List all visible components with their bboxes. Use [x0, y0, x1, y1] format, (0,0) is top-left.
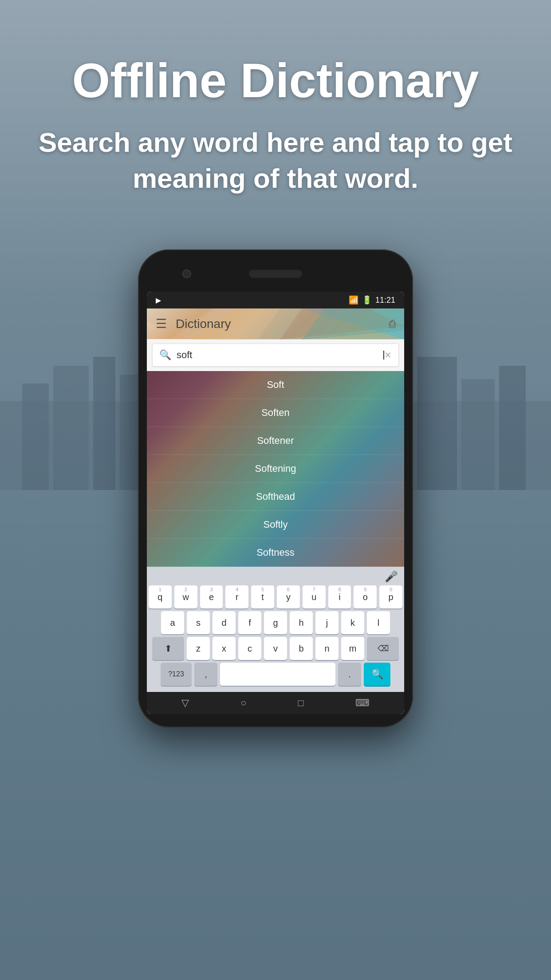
num-sym-key[interactable]: ?123 — [161, 663, 192, 686]
mic-icon[interactable]: 🎤 — [385, 570, 398, 583]
key-n[interactable]: n — [315, 637, 338, 660]
key-t[interactable]: 5t — [251, 585, 274, 609]
phone-camera — [182, 269, 191, 278]
phone-frame: ▶ 📶 🔋 11:21 — [138, 249, 413, 727]
result-item-softly[interactable]: Softly — [147, 511, 404, 539]
result-item-softening[interactable]: Softening — [147, 455, 404, 483]
key-d[interactable]: d — [213, 611, 236, 634]
space-key[interactable] — [220, 663, 335, 686]
key-p[interactable]: 0p — [379, 585, 402, 609]
period-key[interactable]: . — [338, 663, 361, 686]
key-m[interactable]: m — [341, 637, 364, 660]
key-k[interactable]: k — [341, 611, 364, 634]
result-item-softener[interactable]: Softener — [147, 427, 404, 455]
key-x[interactable]: x — [213, 637, 236, 660]
result-item-soft[interactable]: Soft — [147, 371, 404, 399]
keyboard-button[interactable]: ⌨ — [355, 697, 370, 709]
keyboard-row-1: 1q 2w 3e 4r 5t 6y 7u 8i 9o 0p — [149, 585, 402, 609]
key-h[interactable]: h — [290, 611, 313, 634]
key-z[interactable]: z — [187, 637, 210, 660]
key-f[interactable]: f — [238, 611, 261, 634]
back-button[interactable]: ▽ — [181, 697, 189, 709]
phone-screen: ▶ 📶 🔋 11:21 — [147, 292, 404, 714]
keyboard: 🎤 1q 2w 3e 4r 5t 6y 7u 8i 9o 0p — [147, 567, 404, 692]
key-w[interactable]: 2w — [174, 585, 197, 609]
phone-mockup: ▶ 📶 🔋 11:21 — [138, 249, 413, 727]
result-item-soften[interactable]: Soften — [147, 399, 404, 427]
clear-icon[interactable]: ✕ — [384, 350, 392, 360]
key-r[interactable]: 4r — [225, 585, 248, 609]
search-input[interactable]: soft — [177, 349, 383, 361]
share-icon[interactable]: ⎙ — [389, 318, 395, 330]
signal-icon: 📶 — [349, 295, 358, 305]
key-v[interactable]: v — [264, 637, 287, 660]
app-bar-title: Dictionary — [176, 317, 389, 331]
sub-title: Search any word here and tap to get mean… — [27, 125, 524, 196]
search-icon: 🔍 — [159, 349, 171, 361]
battery-icon: 🔋 — [362, 295, 372, 305]
key-o[interactable]: 9o — [354, 585, 377, 609]
page-content: Offline Dictionary Search any word here … — [0, 0, 551, 980]
key-u[interactable]: 7u — [303, 585, 326, 609]
search-button[interactable]: 🔍 — [364, 663, 390, 686]
status-bar: ▶ 📶 🔋 11:21 — [147, 292, 404, 308]
results-list: Soft Soften Softener Softening Softhead … — [147, 371, 404, 567]
search-bar[interactable]: 🔍 soft ✕ — [152, 344, 399, 367]
result-item-softhead[interactable]: Softhead — [147, 483, 404, 511]
status-left: ▶ — [156, 296, 161, 304]
key-l[interactable]: l — [367, 611, 390, 634]
key-s[interactable]: s — [187, 611, 210, 634]
key-a[interactable]: a — [161, 611, 184, 634]
shift-key[interactable]: ⬆ — [152, 637, 184, 660]
recent-button[interactable]: □ — [298, 697, 304, 709]
key-c[interactable]: c — [238, 637, 261, 660]
key-q[interactable]: 1q — [149, 585, 172, 609]
key-e[interactable]: 3e — [200, 585, 223, 609]
phone-nav: ▽ ○ □ ⌨ — [147, 692, 404, 714]
key-i[interactable]: 8i — [328, 585, 351, 609]
key-g[interactable]: g — [264, 611, 287, 634]
keyboard-row-4: ?123 , . 🔍 — [149, 663, 402, 686]
keyboard-row-2: a s d f g h j k l — [149, 611, 402, 634]
main-title: Offline Dictionary — [27, 53, 524, 107]
key-b[interactable]: b — [290, 637, 313, 660]
comma-key[interactable]: , — [194, 663, 217, 686]
title-section: Offline Dictionary Search any word here … — [0, 0, 551, 223]
status-right: 📶 🔋 11:21 — [349, 295, 395, 305]
clock: 11:21 — [375, 296, 395, 305]
home-button[interactable]: ○ — [240, 697, 246, 709]
phone-speaker — [249, 270, 302, 278]
backspace-key[interactable]: ⌫ — [367, 637, 399, 660]
keyboard-row-3: ⬆ z x c v b n m ⌫ — [149, 637, 402, 660]
suggestions-row: 🎤 — [149, 570, 402, 585]
key-y[interactable]: 6y — [277, 585, 300, 609]
key-j[interactable]: j — [315, 611, 338, 634]
hamburger-icon[interactable]: ☰ — [156, 316, 167, 331]
play-icon: ▶ — [156, 296, 161, 304]
app-bar: ☰ Dictionary ⎙ — [147, 308, 404, 339]
phone-top — [147, 263, 404, 285]
result-item-softness[interactable]: Softness — [147, 539, 404, 567]
